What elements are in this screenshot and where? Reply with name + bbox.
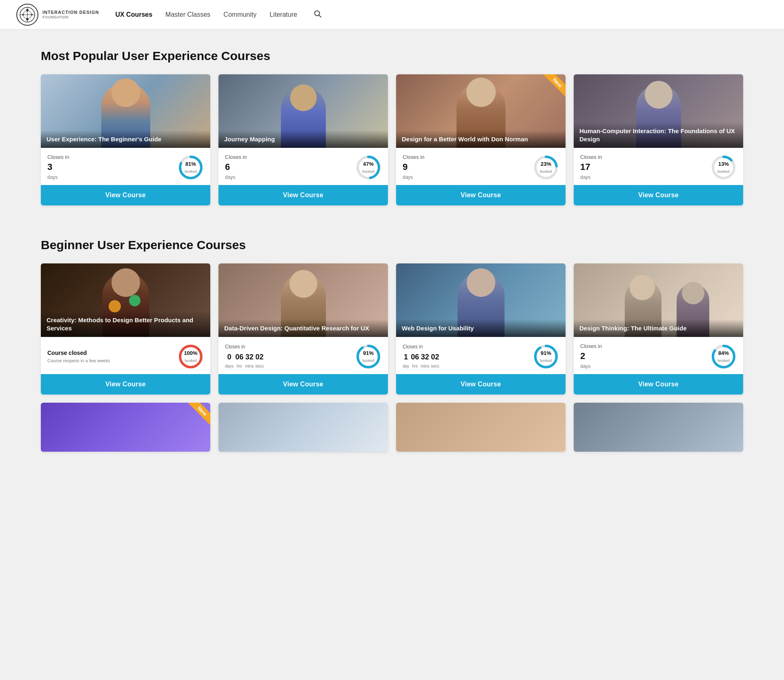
logo-icon [16, 4, 38, 26]
view-course-button[interactable]: View Course [218, 185, 388, 205]
course-card-don-norman: Design for a Better World with Don Norma… [396, 74, 566, 205]
countdown-hrs: 06 hrs [235, 352, 243, 370]
card-closed-info: Course closed Course reopens in a few we… [47, 349, 110, 364]
card-closes: Closes in 17 days [580, 154, 602, 181]
new-badge: New [539, 74, 566, 100]
donut-text: 81% booked [184, 160, 197, 174]
svg-point-4 [26, 9, 29, 11]
card-image: Data-Driven Design: Quantitative Researc… [218, 263, 388, 337]
card-image: Human-Computer Interaction: The Foundati… [574, 74, 743, 148]
card-image: Web Design for Usability [396, 263, 566, 337]
navigation: INTERACTION DESIGN FOUNDATION UX Courses… [0, 0, 784, 29]
card-image: Creativity: Methods to Design Better Pro… [41, 263, 210, 337]
card-info: Closes in 9 days 23% booked [396, 148, 566, 185]
countdown-hrs: 06 hrs [411, 352, 419, 370]
course-card-creativity: Creativity: Methods to Design Better Pro… [41, 263, 210, 395]
card-title: Human-Computer Interaction: The Foundati… [574, 122, 743, 148]
view-course-button[interactable]: View Course [41, 185, 210, 205]
card-image: User Experience: The Beginner's Guide [41, 74, 210, 148]
view-course-button[interactable]: View Course [574, 185, 743, 205]
countdown-days: 0 days [225, 352, 234, 370]
card-image [218, 403, 388, 452]
card-info: Closes in 6 days 47% booked [218, 148, 388, 185]
countdown-days: 1 day [403, 352, 409, 370]
card-closes-multi: Closes in 0 days 06 hrs 32 mins [225, 343, 264, 370]
course-card-partial-2 [218, 403, 388, 452]
svg-point-6 [22, 14, 24, 16]
logo[interactable]: INTERACTION DESIGN FOUNDATION [16, 4, 99, 26]
svg-point-5 [26, 18, 29, 20]
view-course-button[interactable]: View Course [396, 374, 566, 395]
card-title: User Experience: The Beginner's Guide [41, 130, 210, 148]
card-info: Closes in 17 days 13% booked [574, 148, 743, 185]
card-info: Closes in 3 days 81% booked [41, 148, 210, 185]
card-image: Journey Mapping [218, 74, 388, 148]
donut-chart: 81% booked [178, 154, 204, 181]
donut-text: 23% booked [539, 160, 552, 174]
countdown-secs: 02 secs [431, 352, 439, 370]
countdown-multi: 1 day 06 hrs 32 mins 02 [403, 352, 439, 370]
card-title: Web Design for Usability [396, 319, 566, 337]
card-image: Design Thinking: The Ultimate Guide [574, 263, 743, 337]
svg-line-9 [319, 15, 321, 17]
donut-text: 100% booked [184, 349, 197, 363]
course-card-partial-3 [396, 403, 566, 452]
card-title: Creativity: Methods to Design Better Pro… [41, 311, 210, 337]
card-title: Journey Mapping [218, 130, 388, 148]
countdown-secs: 02 secs [255, 352, 264, 370]
donut-chart: 13% booked [710, 154, 737, 181]
donut-chart: 100% booked [178, 343, 204, 370]
donut-text: 84% booked [717, 349, 730, 363]
donut-text: 47% booked [362, 160, 375, 174]
view-course-button[interactable]: View Course [218, 374, 388, 395]
course-card-web-design: Web Design for Usability Closes in 1 day… [396, 263, 566, 395]
nav-community[interactable]: Community [223, 11, 256, 18]
card-closes-multi: Closes in 1 day 06 hrs 32 mins [403, 343, 439, 370]
countdown-mins: 32 mins [245, 352, 254, 370]
course-card-partial-1: New [41, 403, 210, 452]
nav-master-classes[interactable]: Master Classes [165, 11, 210, 18]
course-card-design-thinking: Design Thinking: The Ultimate Guide Clos… [574, 263, 743, 395]
bottom-partial-grid: New [41, 403, 743, 452]
course-card-partial-4 [574, 403, 743, 452]
course-card-ux-beginner: User Experience: The Beginner's Guide Cl… [41, 74, 210, 205]
card-title: Design for a Better World with Don Norma… [396, 130, 566, 148]
new-badge: New [184, 403, 210, 429]
card-title: Data-Driven Design: Quantitative Researc… [218, 319, 388, 337]
card-info: Closes in 1 day 06 hrs 32 mins [396, 337, 566, 374]
view-course-button[interactable]: View Course [396, 185, 566, 205]
search-icon[interactable] [314, 10, 322, 20]
logo-text: INTERACTION DESIGN FOUNDATION [42, 10, 99, 20]
donut-chart: 91% booked [355, 343, 381, 370]
countdown-mins: 32 mins [421, 352, 429, 370]
donut-chart: 47% booked [355, 154, 381, 181]
popular-section: Most Popular User Experience Courses Use… [0, 29, 784, 225]
donut-text: 91% booked [362, 349, 375, 363]
nav-literature[interactable]: Literature [270, 11, 297, 18]
donut-chart: 23% booked [533, 154, 559, 181]
view-course-button[interactable]: View Course [574, 374, 743, 395]
card-closes: Closes in 2 days [580, 343, 602, 370]
card-closes: Closes in 9 days [403, 154, 424, 181]
nav-links: UX Courses Master Classes Community Lite… [115, 10, 321, 20]
card-image [396, 403, 566, 452]
nav-ux-courses[interactable]: UX Courses [115, 11, 152, 18]
beginner-card-grid: Creativity: Methods to Design Better Pro… [41, 263, 743, 395]
card-image: New [41, 403, 210, 452]
course-card-hci: Human-Computer Interaction: The Foundati… [574, 74, 743, 205]
view-course-button[interactable]: View Course [41, 374, 210, 395]
beginner-title: Beginner User Experience Courses [41, 238, 743, 252]
popular-card-grid: User Experience: The Beginner's Guide Cl… [41, 74, 743, 205]
card-info: Closes in 0 days 06 hrs 32 mins [218, 337, 388, 374]
card-info: Course closed Course reopens in a few we… [41, 337, 210, 374]
card-info: Closes in 2 days 84% booked [574, 337, 743, 374]
donut-text: 13% booked [717, 160, 730, 174]
card-closes: Closes in 3 days [47, 154, 69, 181]
countdown-multi: 0 days 06 hrs 32 mins 02 [225, 352, 264, 370]
donut-chart: 91% booked [533, 343, 559, 370]
donut-chart: 84% booked [710, 343, 737, 370]
card-title: Design Thinking: The Ultimate Guide [574, 319, 743, 337]
popular-title: Most Popular User Experience Courses [41, 49, 743, 63]
card-image: Design for a Better World with Don Norma… [396, 74, 566, 148]
donut-text: 91% booked [539, 349, 552, 363]
